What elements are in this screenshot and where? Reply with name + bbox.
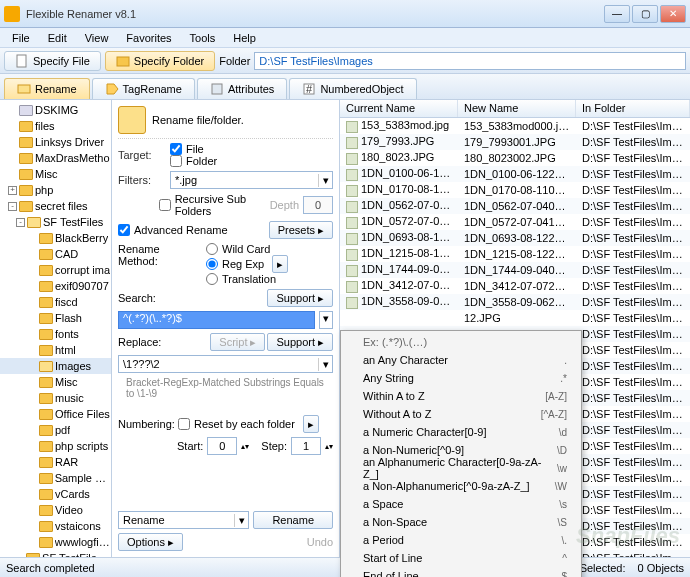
reset-each-checkbox[interactable] — [178, 418, 190, 430]
target-folder-checkbox[interactable] — [170, 155, 182, 167]
table-row[interactable]: 1DN_0693-08-1225.JPG1DN_0693-08-1225007.… — [340, 230, 690, 246]
table-row[interactable]: 1DN_0170-08-1108.JPG1DN_0170-08-1108004.… — [340, 182, 690, 198]
tree-node[interactable]: exif090707 — [0, 278, 111, 294]
menu-edit[interactable]: Edit — [40, 30, 75, 46]
context-menu-item[interactable]: a Non-Space\S — [341, 513, 581, 531]
recursive-checkbox[interactable] — [159, 199, 171, 211]
tree-node[interactable]: DSKIMG — [0, 102, 111, 118]
tree-node[interactable]: Misc — [0, 166, 111, 182]
tree-node[interactable]: Misc — [0, 374, 111, 390]
expand-icon[interactable]: - — [16, 218, 25, 227]
tree-node[interactable]: Video — [0, 502, 111, 518]
options-button[interactable]: Options▸ — [118, 533, 183, 551]
script-button[interactable]: Script▸ — [210, 333, 265, 351]
context-menu-item[interactable]: an Alphanumeric Character[0-9a-zA-Z_]\w — [341, 459, 581, 477]
context-menu-item[interactable]: End of Line$ — [341, 567, 581, 577]
filters-combo[interactable]: *.jpg▾ — [170, 171, 333, 189]
table-row[interactable]: 1DN_3558-09-0627.JPG1DN_3558-09-0627011.… — [340, 294, 690, 310]
context-menu-item[interactable]: Within A to Z[A-Z] — [341, 387, 581, 405]
tree-node[interactable]: fonts — [0, 326, 111, 342]
col-new-name[interactable]: New Name — [458, 100, 576, 117]
tree-node[interactable]: -SF TestFiles — [0, 214, 111, 230]
table-row[interactable]: 179_7993.JPG179_7993001.JPGD:\SF TestFil… — [340, 134, 690, 150]
numbering-more-button[interactable]: ▸ — [303, 415, 319, 433]
context-menu-item[interactable]: a Period\. — [341, 531, 581, 549]
regexp-run-button[interactable]: ▸ — [272, 255, 288, 273]
target-file-checkbox[interactable] — [170, 143, 182, 155]
tree-node[interactable]: files — [0, 118, 111, 134]
table-row[interactable]: 1DN_1215-08-1227.JPG1DN_1215-08-1227008.… — [340, 246, 690, 262]
rename-button[interactable]: Rename — [253, 511, 333, 529]
table-row[interactable]: 1DN_0100-06-1223.jpg1DN_0100-06-1223003.… — [340, 166, 690, 182]
menu-view[interactable]: View — [77, 30, 117, 46]
menu-favorites[interactable]: Favorites — [118, 30, 179, 46]
context-menu-item[interactable]: an Any Character. — [341, 351, 581, 369]
table-row[interactable]: 1DN_0572-07-0412.JPG1DN_0572-07-0412006.… — [340, 214, 690, 230]
tree-node[interactable]: Office Files — [0, 406, 111, 422]
tree-node[interactable]: vCards — [0, 486, 111, 502]
tree-node[interactable]: CAD — [0, 246, 111, 262]
tree-node[interactable]: wwwlogfiles — [0, 534, 111, 550]
tree-node[interactable]: RAR — [0, 454, 111, 470]
presets-button[interactable]: Presets▸ — [269, 221, 333, 239]
specify-file-button[interactable]: Specify File — [4, 51, 101, 71]
tab-rename[interactable]: Rename — [4, 78, 90, 99]
replace-input[interactable]: \1???\2▾ — [118, 355, 333, 373]
tree-node[interactable]: php scripts — [0, 438, 111, 454]
start-input[interactable] — [207, 437, 237, 455]
rename-action-combo[interactable]: Rename▾ — [118, 511, 249, 529]
method-wildcard-radio[interactable] — [206, 243, 218, 255]
tree-node[interactable]: Sample Pict — [0, 470, 111, 486]
tab-numberedobject[interactable]: # NumberedObject — [289, 78, 416, 99]
tree-node[interactable]: vstaicons — [0, 518, 111, 534]
close-button[interactable]: ✕ — [660, 5, 686, 23]
tree-node[interactable]: +php — [0, 182, 111, 198]
table-row[interactable]: 1DN_1744-09-0402.JPG1DN_1744-09-0402009.… — [340, 262, 690, 278]
menu-tools[interactable]: Tools — [182, 30, 224, 46]
col-in-folder[interactable]: In Folder — [576, 100, 690, 117]
col-current-name[interactable]: Current Name — [340, 100, 458, 117]
tree-node[interactable]: Images — [0, 358, 111, 374]
step-input[interactable] — [291, 437, 321, 455]
method-regexp-radio[interactable] — [206, 258, 218, 270]
tree-node[interactable]: pdf — [0, 422, 111, 438]
minimize-button[interactable]: — — [604, 5, 630, 23]
folder-path-input[interactable] — [254, 52, 686, 70]
advanced-checkbox[interactable] — [118, 224, 130, 236]
tree-node[interactable]: music — [0, 390, 111, 406]
tab-attributes[interactable]: Attributes — [197, 78, 287, 99]
context-menu-item[interactable]: Start of Line^ — [341, 549, 581, 567]
table-row[interactable]: 180_8023.JPG180_8023002.JPGD:\SF TestFil… — [340, 150, 690, 166]
tree-node[interactable]: Flash — [0, 310, 111, 326]
search-support-button[interactable]: Support▸ — [267, 289, 333, 307]
tree-node[interactable]: BlackBerry — [0, 230, 111, 246]
expand-icon[interactable]: - — [8, 202, 17, 211]
context-menu-item[interactable]: a Numeric Character[0-9]\d — [341, 423, 581, 441]
menu-help[interactable]: Help — [225, 30, 264, 46]
tree-node[interactable]: Linksys Driver — [0, 134, 111, 150]
tree-node[interactable]: corrupt ima — [0, 262, 111, 278]
method-translit-radio[interactable] — [206, 273, 218, 285]
chevron-down-icon[interactable]: ▾ — [319, 311, 333, 329]
table-row[interactable]: 12.JPGD:\SF TestFiles\Images — [340, 310, 690, 326]
context-menu-item[interactable]: a Space\s — [341, 495, 581, 513]
tree-node[interactable]: SF TestFiles (F: — [0, 550, 111, 557]
tree-node[interactable]: -secret files — [0, 198, 111, 214]
maximize-button[interactable]: ▢ — [632, 5, 658, 23]
tab-tagrename[interactable]: TagRename — [92, 78, 195, 99]
search-input[interactable]: ^(.*?)(\..*?)$ — [118, 311, 315, 329]
context-menu-item[interactable]: Any String.* — [341, 369, 581, 387]
table-row[interactable]: 1DN_0562-07-0402.JPG1DN_0562-07-0402005.… — [340, 198, 690, 214]
replace-support-button[interactable]: Support▸ — [267, 333, 333, 351]
folder-tree[interactable]: DSKIMGfilesLinksys DriverMaxDrasMethoMis… — [0, 100, 112, 557]
context-menu-item[interactable]: Without A to Z[^A-Z] — [341, 405, 581, 423]
tree-node[interactable]: fiscd — [0, 294, 111, 310]
specify-folder-button[interactable]: Specify Folder — [105, 51, 215, 71]
table-row[interactable]: 1DN_3412-07-0724.JPG1DN_3412-07-0724010.… — [340, 278, 690, 294]
expand-icon[interactable]: + — [8, 186, 17, 195]
tree-node[interactable]: MaxDrasMetho — [0, 150, 111, 166]
tree-node[interactable]: html — [0, 342, 111, 358]
menu-file[interactable]: File — [4, 30, 38, 46]
table-row[interactable]: 153_5383mod.jpg153_5383mod000.jpgD:\SF T… — [340, 118, 690, 134]
undo-button[interactable]: Undo — [307, 536, 333, 548]
